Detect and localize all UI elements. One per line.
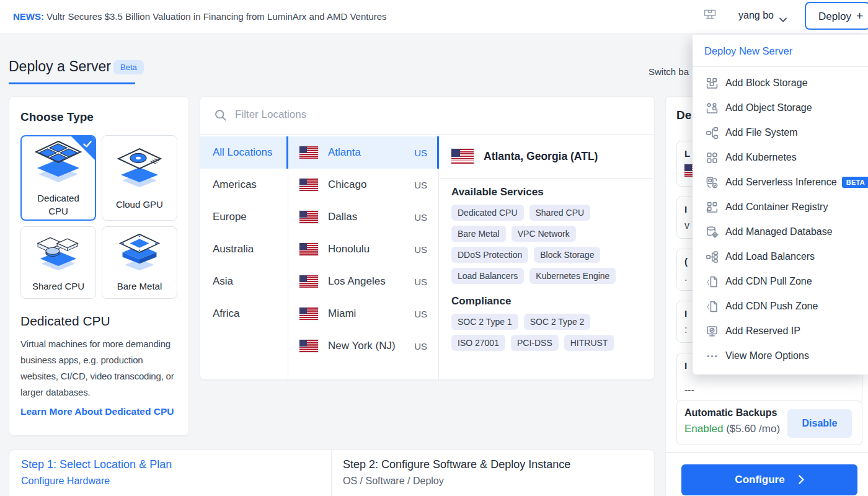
divider bbox=[666, 452, 868, 453]
region-item[interactable]: All Locations bbox=[200, 136, 288, 169]
available-services-heading: Available Services bbox=[451, 186, 643, 198]
serverless-inference-icon bbox=[704, 175, 719, 190]
menu-item[interactable]: Add Block Storage bbox=[693, 71, 868, 95]
locations-panel: Filter Locations All LocationsAmericasEu… bbox=[200, 96, 655, 380]
service-chip: Bare Metal bbox=[451, 226, 506, 242]
service-chip: Block Storage bbox=[534, 247, 600, 263]
bare-metal-icon bbox=[112, 233, 167, 275]
menu-item[interactable]: Add CDN Push Zone bbox=[693, 294, 868, 319]
chevron-down-icon[interactable] bbox=[779, 14, 787, 25]
billing-icon[interactable] bbox=[702, 7, 717, 25]
top-bar: NEWS: Vultr Secures $3.5 Billion Valuati… bbox=[0, 0, 868, 34]
location-detail-header: Atlanta, Georgia (ATL) bbox=[439, 135, 655, 179]
compliance-chip: ISO 27001 bbox=[451, 335, 505, 351]
news-headline[interactable]: Vultr Secures $3.5 Billion Valuation in … bbox=[46, 11, 387, 22]
deploy-menu-items: Add Block Storage Add Object Storage Add… bbox=[693, 67, 868, 368]
compliance-chip: HITRUST bbox=[564, 335, 614, 351]
menu-item[interactable]: Add Serverless Inference BETA bbox=[693, 170, 868, 195]
step-1-tab[interactable]: Step 1: Select Location & Plan Configure… bbox=[21, 458, 172, 487]
city-item[interactable]: New York (NJ)US bbox=[288, 330, 438, 362]
title-underline bbox=[9, 82, 135, 84]
cdn-pull-zone-icon bbox=[704, 274, 719, 289]
service-chip: Load Balancers bbox=[451, 268, 524, 284]
filter-locations-placeholder: Filter Locations bbox=[235, 108, 306, 121]
beta-badge: Beta bbox=[113, 60, 144, 74]
menu-item[interactable]: Add CDN Pull Zone bbox=[693, 269, 868, 294]
location-title: Atlanta, Georgia (ATL) bbox=[484, 150, 598, 163]
step-2-tab[interactable]: Step 2: Configure Software & Deploy Inst… bbox=[343, 458, 570, 487]
city-item[interactable]: ChicagoUS bbox=[288, 169, 438, 201]
user-menu[interactable]: yang bo bbox=[738, 10, 774, 21]
region-item[interactable]: Asia bbox=[200, 265, 288, 298]
type-card-shared-cpu[interactable]: Shared CPU bbox=[20, 226, 96, 299]
type-card-dedicated-cpu[interactable]: Dedicated CPU bbox=[20, 135, 96, 221]
service-chip: Kubernetes Engine bbox=[529, 268, 616, 284]
steps-bar: Step 1: Select Location & Plan Configure… bbox=[9, 450, 655, 496]
menu-item[interactable]: Add Kubernetes bbox=[693, 145, 868, 170]
type-label: Shared CPU bbox=[32, 280, 84, 293]
compliance-heading: Compliance bbox=[451, 295, 643, 308]
services-chips: Dedicated CPUShared CPUBare MetalVPC Net… bbox=[451, 205, 643, 289]
load-balancers-icon bbox=[704, 249, 719, 264]
us-flag-icon bbox=[299, 308, 318, 320]
service-chip: Dedicated CPU bbox=[451, 205, 524, 221]
compliance-chip: SOC 2 Type 2 bbox=[524, 314, 591, 330]
city-item[interactable]: DallasUS bbox=[288, 201, 438, 233]
container-registry-icon bbox=[704, 200, 719, 215]
us-flag-icon bbox=[299, 275, 318, 288]
compliance-chips: SOC 2 Type 1SOC 2 Type 2ISO 27001PCI-DSS… bbox=[451, 314, 643, 356]
menu-item[interactable]: Add Object Storage bbox=[693, 95, 868, 120]
type-card-cloud-gpu[interactable]: Cloud GPU bbox=[102, 135, 177, 221]
filter-locations-field[interactable]: Filter Locations bbox=[200, 97, 654, 135]
type-label: Dedicated CPU bbox=[29, 192, 87, 218]
us-flag-icon bbox=[299, 243, 318, 255]
cloud-gpu-icon bbox=[112, 145, 167, 193]
page-title: Deploy a Server bbox=[9, 58, 111, 75]
service-chip: VPC Network bbox=[512, 226, 576, 242]
region-item[interactable]: Africa bbox=[200, 298, 288, 330]
deploy-dropdown-menu: Deploy New Server Add Block Storage Add … bbox=[693, 35, 868, 374]
menu-item[interactable]: Add Reserved IP bbox=[693, 319, 868, 343]
deploy-server-page: NEWS: Vultr Secures $3.5 Billion Valuati… bbox=[0, 0, 868, 496]
plus-icon: + bbox=[856, 9, 863, 22]
service-chip: Shared CPU bbox=[529, 205, 591, 221]
menu-item[interactable]: Add Managed Database bbox=[693, 219, 868, 244]
type-label: Cloud GPU bbox=[116, 198, 163, 211]
object-storage-icon bbox=[704, 100, 719, 115]
beta-badge: BETA bbox=[842, 177, 868, 188]
menu-item-deploy-new-server[interactable]: Deploy New Server bbox=[693, 35, 868, 67]
backups-status: Enabled bbox=[684, 423, 723, 435]
configure-button[interactable]: Configure bbox=[681, 464, 857, 495]
city-item[interactable]: MiamiUS bbox=[288, 298, 438, 330]
menu-item[interactable]: Add Load Balancers bbox=[693, 244, 868, 269]
us-flag-icon bbox=[299, 146, 318, 159]
type-label: Bare Metal bbox=[117, 280, 162, 293]
compliance-chip: PCI-DSS bbox=[511, 335, 559, 351]
type-detail-heading: Dedicated CPU bbox=[20, 314, 177, 329]
cities-list: AtlantaUSChicagoUSDallasUSHonoluluUSLos … bbox=[288, 135, 439, 380]
menu-item[interactable]: View More Options bbox=[693, 343, 868, 368]
type-grid: Dedicated CPU Cloud GPU Shared CPU Bare … bbox=[20, 135, 177, 299]
us-flag-icon bbox=[299, 340, 318, 352]
menu-item[interactable]: Add File System bbox=[693, 120, 868, 145]
us-flag-icon bbox=[299, 211, 318, 223]
backups-price: ($5.60 /mo) bbox=[726, 423, 780, 435]
cdn-push-zone-icon bbox=[704, 299, 719, 314]
city-item[interactable]: Los AngelesUS bbox=[288, 265, 438, 298]
choose-type-heading: Choose Type bbox=[20, 110, 177, 124]
location-detail: Atlanta, Georgia (ATL) Available Service… bbox=[439, 135, 655, 380]
region-item[interactable]: Australia bbox=[200, 233, 288, 265]
city-item[interactable]: AtlantaUS bbox=[288, 136, 438, 169]
reserved-ip-icon bbox=[704, 324, 719, 339]
managed-database-icon bbox=[704, 224, 719, 239]
switch-back-link[interactable]: Switch ba bbox=[649, 66, 698, 77]
menu-item[interactable]: Add Container Registry bbox=[693, 195, 868, 219]
shared-cpu-icon bbox=[31, 233, 86, 275]
region-item[interactable]: Europe bbox=[200, 201, 288, 233]
deploy-button[interactable]: Deploy+ bbox=[805, 2, 868, 30]
city-item[interactable]: HonoluluUS bbox=[288, 233, 438, 265]
region-item[interactable]: Americas bbox=[200, 169, 288, 201]
disable-backups-button[interactable]: Disable bbox=[787, 409, 852, 438]
type-card-bare-metal[interactable]: Bare Metal bbox=[102, 226, 177, 299]
learn-more-link[interactable]: Learn More About Dedicated CPU bbox=[20, 406, 174, 417]
